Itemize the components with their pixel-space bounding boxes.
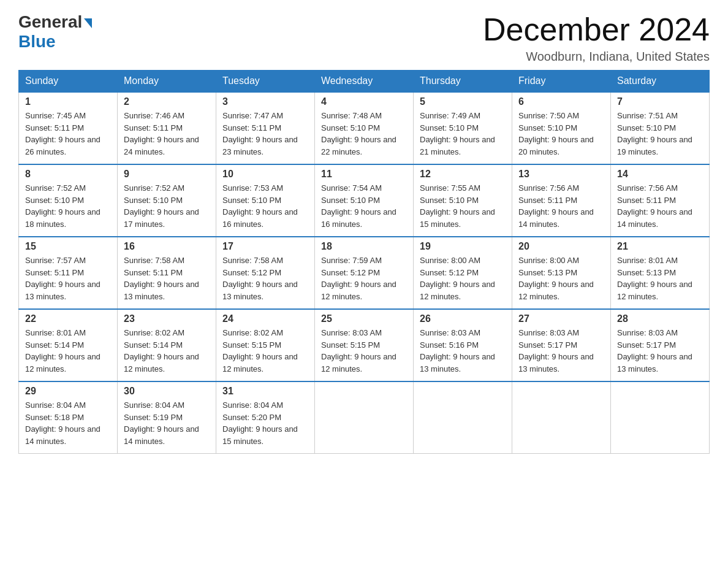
day-info: Sunrise: 8:02 AM Sunset: 5:15 PM Dayligh…	[222, 327, 308, 375]
day-number: 30	[124, 386, 210, 397]
table-row: 12 Sunrise: 7:55 AM Sunset: 5:10 PM Dayl…	[414, 164, 512, 237]
table-row: 2 Sunrise: 7:46 AM Sunset: 5:11 PM Dayli…	[118, 92, 216, 164]
day-number: 23	[124, 313, 210, 324]
day-number: 26	[420, 313, 506, 324]
day-number: 16	[124, 241, 210, 252]
day-info: Sunrise: 8:04 AM Sunset: 5:18 PM Dayligh…	[25, 399, 111, 447]
day-info: Sunrise: 7:51 AM Sunset: 5:10 PM Dayligh…	[617, 110, 703, 158]
day-info: Sunrise: 8:02 AM Sunset: 5:14 PM Dayligh…	[124, 327, 210, 375]
table-row: 1 Sunrise: 7:45 AM Sunset: 5:11 PM Dayli…	[19, 92, 118, 164]
table-row: 13 Sunrise: 7:56 AM Sunset: 5:11 PM Dayl…	[512, 164, 611, 237]
table-row: 14 Sunrise: 7:56 AM Sunset: 5:11 PM Dayl…	[611, 164, 710, 237]
day-info: Sunrise: 7:52 AM Sunset: 5:10 PM Dayligh…	[124, 182, 210, 230]
table-row: 6 Sunrise: 7:50 AM Sunset: 5:10 PM Dayli…	[512, 92, 611, 164]
day-number: 14	[617, 169, 703, 180]
calendar-week-row: 1 Sunrise: 7:45 AM Sunset: 5:11 PM Dayli…	[19, 92, 710, 164]
table-row: 25 Sunrise: 8:03 AM Sunset: 5:15 PM Dayl…	[315, 309, 414, 381]
day-number: 7	[617, 96, 703, 107]
day-number: 15	[25, 241, 111, 252]
table-row: 5 Sunrise: 7:49 AM Sunset: 5:10 PM Dayli…	[414, 92, 512, 164]
day-number: 8	[25, 169, 111, 180]
day-number: 25	[321, 313, 407, 324]
calendar-week-row: 29 Sunrise: 8:04 AM Sunset: 5:18 PM Dayl…	[19, 381, 710, 454]
table-row: 17 Sunrise: 7:58 AM Sunset: 5:12 PM Dayl…	[216, 237, 315, 309]
day-number: 9	[124, 169, 210, 180]
table-row: 16 Sunrise: 7:58 AM Sunset: 5:11 PM Dayl…	[118, 237, 216, 309]
table-row: 18 Sunrise: 7:59 AM Sunset: 5:12 PM Dayl…	[315, 237, 414, 309]
table-row: 3 Sunrise: 7:47 AM Sunset: 5:11 PM Dayli…	[216, 92, 315, 164]
day-number: 5	[420, 96, 506, 107]
day-number: 31	[222, 386, 308, 397]
day-number: 20	[518, 241, 604, 252]
day-info: Sunrise: 7:58 AM Sunset: 5:12 PM Dayligh…	[222, 255, 308, 302]
day-info: Sunrise: 7:46 AM Sunset: 5:11 PM Dayligh…	[124, 110, 210, 158]
table-row	[414, 381, 512, 454]
day-info: Sunrise: 8:03 AM Sunset: 5:17 PM Dayligh…	[617, 327, 703, 375]
day-info: Sunrise: 7:52 AM Sunset: 5:10 PM Dayligh…	[25, 182, 111, 230]
calendar-table: Sunday Monday Tuesday Wednesday Thursday…	[18, 70, 710, 454]
table-row	[611, 381, 710, 454]
day-number: 11	[321, 169, 407, 180]
col-sunday: Sunday	[19, 71, 118, 93]
day-info: Sunrise: 7:47 AM Sunset: 5:11 PM Dayligh…	[222, 110, 308, 158]
day-number: 2	[124, 96, 210, 107]
day-number: 28	[617, 313, 703, 324]
day-info: Sunrise: 7:49 AM Sunset: 5:10 PM Dayligh…	[420, 110, 506, 158]
table-row: 26 Sunrise: 8:03 AM Sunset: 5:16 PM Dayl…	[414, 309, 512, 381]
day-info: Sunrise: 8:03 AM Sunset: 5:17 PM Dayligh…	[518, 327, 604, 375]
day-number: 27	[518, 313, 604, 324]
day-info: Sunrise: 8:01 AM Sunset: 5:13 PM Dayligh…	[617, 255, 703, 302]
table-row: 31 Sunrise: 8:04 AM Sunset: 5:20 PM Dayl…	[216, 381, 315, 454]
table-row: 11 Sunrise: 7:54 AM Sunset: 5:10 PM Dayl…	[315, 164, 414, 237]
day-info: Sunrise: 7:59 AM Sunset: 5:12 PM Dayligh…	[321, 255, 407, 302]
day-info: Sunrise: 7:45 AM Sunset: 5:11 PM Dayligh…	[25, 110, 111, 158]
table-row: 20 Sunrise: 8:00 AM Sunset: 5:13 PM Dayl…	[512, 237, 611, 309]
location: Woodburn, Indiana, United States	[483, 50, 710, 64]
day-number: 4	[321, 96, 407, 107]
table-row: 27 Sunrise: 8:03 AM Sunset: 5:17 PM Dayl…	[512, 309, 611, 381]
day-number: 12	[420, 169, 506, 180]
day-info: Sunrise: 7:48 AM Sunset: 5:10 PM Dayligh…	[321, 110, 407, 158]
table-row: 28 Sunrise: 8:03 AM Sunset: 5:17 PM Dayl…	[611, 309, 710, 381]
day-number: 17	[222, 241, 308, 252]
day-info: Sunrise: 7:50 AM Sunset: 5:10 PM Dayligh…	[518, 110, 604, 158]
month-title: December 2024	[483, 12, 710, 47]
day-number: 13	[518, 169, 604, 180]
day-number: 10	[222, 169, 308, 180]
day-info: Sunrise: 8:04 AM Sunset: 5:20 PM Dayligh…	[222, 399, 308, 447]
col-friday: Friday	[512, 71, 611, 93]
table-row: 10 Sunrise: 7:53 AM Sunset: 5:10 PM Dayl…	[216, 164, 315, 237]
day-info: Sunrise: 8:04 AM Sunset: 5:19 PM Dayligh…	[124, 399, 210, 447]
col-saturday: Saturday	[611, 71, 710, 93]
day-number: 1	[25, 96, 111, 107]
table-row: 21 Sunrise: 8:01 AM Sunset: 5:13 PM Dayl…	[611, 237, 710, 309]
day-info: Sunrise: 8:01 AM Sunset: 5:14 PM Dayligh…	[25, 327, 111, 375]
day-number: 19	[420, 241, 506, 252]
day-number: 6	[518, 96, 604, 107]
day-info: Sunrise: 8:03 AM Sunset: 5:15 PM Dayligh…	[321, 327, 407, 375]
table-row: 15 Sunrise: 7:57 AM Sunset: 5:11 PM Dayl…	[19, 237, 118, 309]
calendar-week-row: 8 Sunrise: 7:52 AM Sunset: 5:10 PM Dayli…	[19, 164, 710, 237]
page-header: General Blue December 2024 Woodburn, Ind…	[18, 12, 710, 64]
title-area: December 2024 Woodburn, Indiana, United …	[483, 12, 710, 64]
calendar-header-row: Sunday Monday Tuesday Wednesday Thursday…	[19, 71, 710, 93]
table-row	[512, 381, 611, 454]
day-number: 29	[25, 386, 111, 397]
day-info: Sunrise: 7:56 AM Sunset: 5:11 PM Dayligh…	[518, 182, 604, 230]
col-thursday: Thursday	[414, 71, 512, 93]
table-row: 24 Sunrise: 8:02 AM Sunset: 5:15 PM Dayl…	[216, 309, 315, 381]
logo: General Blue	[18, 12, 92, 52]
day-number: 3	[222, 96, 308, 107]
day-number: 22	[25, 313, 111, 324]
day-info: Sunrise: 7:53 AM Sunset: 5:10 PM Dayligh…	[222, 182, 308, 230]
day-number: 18	[321, 241, 407, 252]
table-row: 30 Sunrise: 8:04 AM Sunset: 5:19 PM Dayl…	[118, 381, 216, 454]
day-info: Sunrise: 7:55 AM Sunset: 5:10 PM Dayligh…	[420, 182, 506, 230]
day-info: Sunrise: 7:56 AM Sunset: 5:11 PM Dayligh…	[617, 182, 703, 230]
col-wednesday: Wednesday	[315, 71, 414, 93]
day-info: Sunrise: 7:57 AM Sunset: 5:11 PM Dayligh…	[25, 255, 111, 302]
col-tuesday: Tuesday	[216, 71, 315, 93]
table-row: 4 Sunrise: 7:48 AM Sunset: 5:10 PM Dayli…	[315, 92, 414, 164]
logo-line1: General	[18, 12, 92, 32]
calendar-week-row: 22 Sunrise: 8:01 AM Sunset: 5:14 PM Dayl…	[19, 309, 710, 381]
